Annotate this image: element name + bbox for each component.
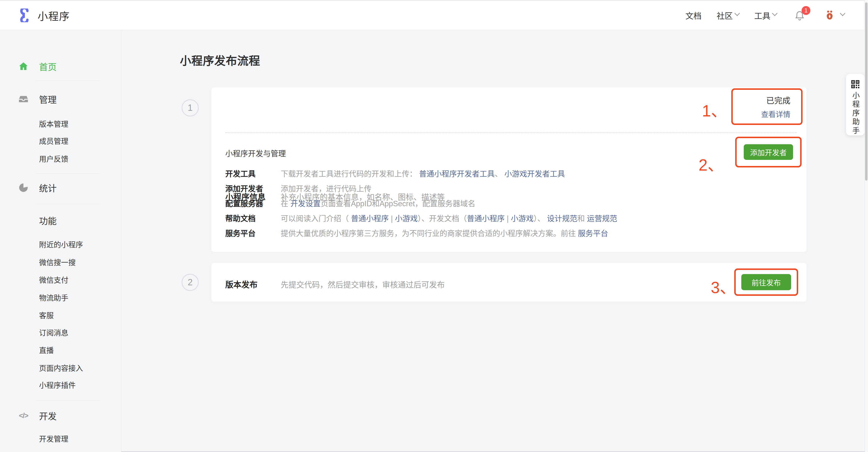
sidebar-item-logistics-assistant[interactable]: 物流助手 xyxy=(0,289,121,306)
page-title: 小程序发布流程 xyxy=(180,52,260,68)
link-devdoc-miniprogram[interactable]: 普通小程序 xyxy=(467,214,504,223)
sidebar-section-manage[interactable]: 管理 xyxy=(0,89,121,109)
miniprogram-logo-icon xyxy=(19,8,32,22)
account-menu[interactable] xyxy=(824,9,844,22)
sidebar-item-wechat-pay[interactable]: 微信支付 xyxy=(0,271,121,288)
scrollbar-track[interactable] xyxy=(865,0,868,452)
row-text-config-server: 在 开发设置页面查看AppID和AppSecret，配置服务器域名 xyxy=(281,197,475,208)
link-devtool-minigame[interactable]: 小游戏开发者工具 xyxy=(504,170,565,178)
widget-label: 小程序助手 xyxy=(850,92,861,135)
step-2-label: 版本发布 xyxy=(225,278,257,290)
sidebar-item-subscribe-message[interactable]: 订阅消息 xyxy=(0,323,121,341)
row-text-devtools: 下载开发者工具进行代码的开发和上传： 普通小程序开发者工具、 小游戏开发者工具 xyxy=(281,168,565,179)
app-title: 小程序 xyxy=(38,8,70,23)
sidebar-section-features[interactable]: 功能 xyxy=(0,211,121,230)
sidebar: 首页 管理 版本管理 成员管理 用户反馈 统计 功能 附近的小程序 微信搜一搜 … xyxy=(0,30,121,452)
sidebar-item-live[interactable]: 直播 xyxy=(0,341,121,358)
link-design-spec[interactable]: 设计规范 xyxy=(547,214,577,223)
chevron-down-icon xyxy=(735,10,740,16)
sidebar-item-wechat-search[interactable]: 微信搜一搜 xyxy=(0,253,121,271)
qr-code-icon xyxy=(850,79,861,90)
row-label-help-docs: 帮助文档 xyxy=(225,212,255,223)
sidebar-item-page-content-access[interactable]: 页面内容接入 xyxy=(0,359,121,376)
link-intro-miniprogram[interactable]: 普通小程序 xyxy=(351,214,389,223)
step-1-status: 已完成 xyxy=(766,94,790,106)
miniprogram-assistant-widget[interactable]: 小程序助手 xyxy=(846,74,865,135)
link-devdoc-minigame[interactable]: 小游戏 xyxy=(511,214,534,223)
annotation-box-2: 添加开发者 xyxy=(735,137,802,167)
annotation-1: 1、 xyxy=(702,98,727,121)
notification-badge: 1 xyxy=(802,6,810,15)
row-label-add-developer: 添加开发者 xyxy=(225,183,263,194)
link-intro-minigame[interactable]: 小游戏 xyxy=(395,214,417,223)
annotation-3: 3、 xyxy=(711,274,736,298)
nav-community[interactable]: 社区 xyxy=(717,9,739,21)
step-2-circle: 2 xyxy=(182,274,199,291)
dotted-divider xyxy=(225,132,797,133)
nav-tools[interactable]: 工具 xyxy=(754,9,777,21)
step-2-description: 先提交代码，然后提交审核，审核通过后可发布 xyxy=(281,279,445,290)
annotation-box-1: 已完成 查看详情 xyxy=(731,88,803,125)
sidebar-item-dev-mgmt[interactable]: 开发管理 xyxy=(0,429,121,447)
step-1-circle: 1 xyxy=(182,99,199,117)
row-label-config-server: 配置服务器 xyxy=(225,197,263,208)
notification-bell[interactable]: 1 xyxy=(794,9,805,21)
sidebar-divider xyxy=(37,80,100,81)
link-operation-spec[interactable]: 运营规范 xyxy=(587,214,617,223)
top-header: 小程序 文档 社区 工具 1 xyxy=(0,0,868,30)
row-text-service-platform: 提供大量优质的小程序第三方服务，为不同行业的商家提供合适的小程序解决方案。前往 … xyxy=(281,227,608,238)
sidebar-item-version-mgmt[interactable]: 版本管理 xyxy=(0,115,121,132)
header-nav: 文档 社区 工具 1 xyxy=(685,1,844,30)
home-icon xyxy=(18,61,29,72)
sidebar-item-miniprogram-plugin[interactable]: 小程序插件 xyxy=(0,376,121,393)
row-text-help-docs: 可以阅读入门介绍（ 普通小程序 | 小游戏）、开发文档（普通小程序 | 小游戏）… xyxy=(281,212,617,223)
row-label-service-platform: 服务平台 xyxy=(225,227,255,238)
go-publish-button[interactable]: 前往发布 xyxy=(741,274,791,290)
chevron-down-icon xyxy=(840,10,845,16)
annotation-box-3: 前往发布 xyxy=(734,268,798,296)
code-icon: </> xyxy=(18,410,29,421)
sidebar-item-nearby-miniprograms[interactable]: 附近的小程序 xyxy=(0,235,121,253)
inbox-icon xyxy=(18,94,29,104)
row-label-devtools: 开发工具 xyxy=(225,168,255,179)
sidebar-item-member-mgmt[interactable]: 成员管理 xyxy=(0,132,121,149)
sidebar-item-customer-service[interactable]: 客服 xyxy=(0,306,121,324)
nav-docs[interactable]: 文档 xyxy=(685,9,702,21)
sidebar-item-home[interactable]: 首页 xyxy=(0,57,121,76)
sidebar-item-user-feedback[interactable]: 用户反馈 xyxy=(0,150,121,167)
account-avatar xyxy=(824,9,836,22)
link-dev-settings[interactable]: 开发设置 xyxy=(290,199,321,208)
app-logo[interactable]: 小程序 xyxy=(19,1,70,30)
dev-section-title: 小程序开发与管理 xyxy=(225,148,286,158)
view-details-link[interactable]: 查看详情 xyxy=(761,108,790,119)
sidebar-divider xyxy=(37,400,100,400)
grid-icon xyxy=(18,215,29,226)
scrollbar-thumb[interactable] xyxy=(865,2,868,181)
sidebar-section-statistics[interactable]: 统计 xyxy=(0,178,121,197)
pie-chart-icon xyxy=(18,182,29,193)
sidebar-divider xyxy=(37,173,100,173)
row-text-add-developer: 添加开发者，进行代码上传 xyxy=(281,183,372,194)
annotation-2: 2、 xyxy=(699,152,724,175)
chevron-down-icon xyxy=(772,10,778,16)
sidebar-divider xyxy=(37,204,100,204)
link-devtool-miniprogram[interactable]: 普通小程序开发者工具 xyxy=(419,170,495,178)
sidebar-section-develop[interactable]: </> 开发 xyxy=(0,406,121,425)
add-developer-button[interactable]: 添加开发者 xyxy=(744,144,793,160)
link-service-platform[interactable]: 服务平台 xyxy=(578,229,608,238)
